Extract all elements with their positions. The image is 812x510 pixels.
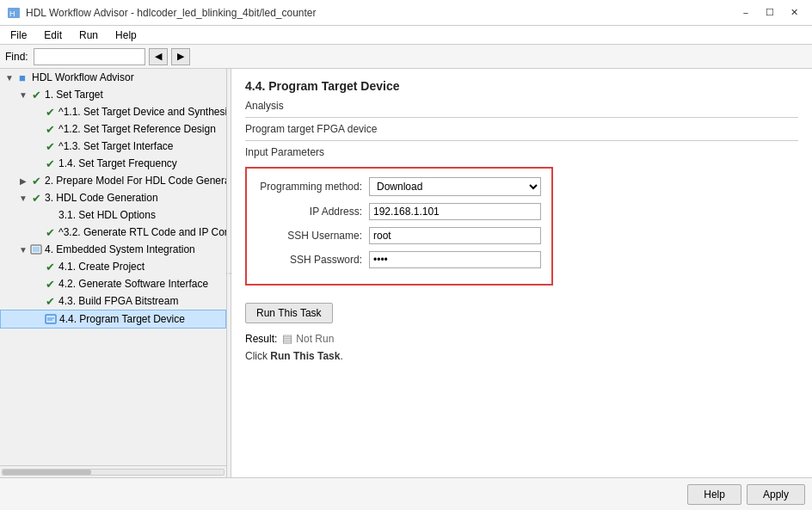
- sidebar-root-item[interactable]: ▼ ■ HDL Workflow Advisor: [0, 69, 226, 86]
- window-controls: − ☐ ✕: [735, 4, 805, 22]
- hscroll-track[interactable]: [2, 469, 225, 476]
- ssh-username-input[interactable]: [369, 227, 541, 244]
- ssh-username-row: SSH Username:: [257, 227, 541, 244]
- click-instruction: Click Run This Task.: [245, 350, 798, 362]
- menu-edit[interactable]: Edit: [37, 28, 69, 43]
- content-area: 4.4. Program Target Device Analysis Prog…: [231, 69, 812, 477]
- sidebar-item-g3[interactable]: ▼ ✔ 3. HDL Code Generation: [0, 189, 226, 206]
- hscroll-thumb[interactable]: [3, 470, 91, 475]
- sidebar-item-g1c3[interactable]: ✔ ^1.3. Set Target Interface: [0, 138, 226, 155]
- find-back-button[interactable]: ◀: [149, 48, 168, 65]
- result-value: Not Run: [296, 333, 334, 345]
- sidebar-item-g4c1[interactable]: ✔ 4.1. Create Project: [0, 258, 226, 275]
- menu-bar: File Edit Run Help: [0, 26, 812, 45]
- analysis-label: Analysis: [245, 100, 798, 112]
- result-icon: ▤: [282, 332, 292, 345]
- sidebar-label-g1c1: ^1.1. Set Target Device and Synthesis To…: [58, 106, 226, 118]
- sidebar-scroll: ▼ ■ HDL Workflow Advisor ▼ ✔ 1. Set Targ…: [0, 69, 226, 465]
- sidebar-item-g2[interactable]: ▶ ✔ 2. Prepare Model For HDL Code Genera…: [0, 172, 226, 189]
- find-input[interactable]: [34, 48, 145, 65]
- expand-icon-g1c3: [31, 140, 43, 152]
- toolbar: Find: ◀ ▶: [0, 45, 812, 69]
- expand-icon-g1: ▼: [17, 89, 29, 101]
- sidebar-label-g3c1: 3.1. Set HDL Options: [58, 209, 156, 221]
- main-layout: ▼ ■ HDL Workflow Advisor ▼ ✔ 1. Set Targ…: [0, 69, 812, 477]
- sidebar-item-g1[interactable]: ▼ ✔ 1. Set Target: [0, 86, 226, 103]
- programming-method-label: Programming method:: [257, 181, 369, 193]
- sidebar-label-g4: 4. Embedded System Integration: [45, 243, 195, 255]
- ip-address-label: IP Address:: [257, 206, 369, 218]
- apply-button[interactable]: Apply: [747, 484, 805, 505]
- click-text-bold: Run This Task: [270, 350, 340, 362]
- expand-icon-g1c4: [31, 157, 43, 169]
- minimize-button[interactable]: −: [735, 4, 757, 22]
- sidebar-item-g4c4[interactable]: 4.4. Program Target Device: [0, 310, 226, 329]
- maximize-button[interactable]: ☐: [759, 4, 781, 22]
- expand-icon-root: ▼: [3, 71, 15, 83]
- check-icon-g1c4: ✔: [43, 157, 57, 170]
- menu-file[interactable]: File: [3, 28, 34, 43]
- sidebar-item-g1c2[interactable]: ✔ ^1.2. Set Target Reference Design: [0, 120, 226, 138]
- sidebar-label-g1: 1. Set Target: [45, 89, 103, 101]
- bottom-bar: Help Apply: [0, 477, 812, 510]
- check-icon-g2: ✔: [29, 174, 43, 187]
- expand-icon-g2: ▶: [17, 175, 29, 187]
- sidebar-item-g4c3[interactable]: ✔ 4.3. Build FPGA Bitstream: [0, 292, 226, 310]
- menu-run[interactable]: Run: [72, 28, 105, 43]
- check-icon-g4c3: ✔: [43, 294, 57, 308]
- check-icon-g4c2: ✔: [43, 277, 57, 291]
- check-icon-g1c3: ✔: [43, 139, 57, 153]
- sidebar-item-g4c2[interactable]: ✔ 4.2. Generate Software Interface: [0, 275, 226, 292]
- sidebar-label-g1c3: ^1.3. Set Target Interface: [58, 140, 174, 152]
- section-title: 4.4. Program Target Device: [245, 79, 798, 93]
- click-text-suffix: .: [340, 350, 342, 362]
- sidebar-label-g4c4: 4.4. Program Target Device: [59, 313, 185, 325]
- close-button[interactable]: ✕: [783, 4, 805, 22]
- check-icon-g4c4: [44, 312, 58, 326]
- sidebar-item-g3c1[interactable]: 3.1. Set HDL Options: [0, 206, 226, 224]
- expand-icon-g4c4: [32, 313, 44, 325]
- ip-address-input[interactable]: [369, 203, 541, 220]
- hdl-icon: ■: [15, 71, 29, 84]
- ssh-password-row: SSH Password:: [257, 251, 541, 268]
- separator-1: [245, 117, 798, 118]
- ssh-password-input[interactable]: [369, 251, 541, 268]
- sidebar-label-g3: 3. HDL Code Generation: [45, 192, 158, 204]
- programming-method-select[interactable]: Download JTAG SD Card: [369, 177, 541, 196]
- check-icon-g1c1: ✔: [43, 105, 57, 119]
- check-icon-g1: ✔: [29, 88, 43, 101]
- sidebar-label-g2: 2. Prepare Model For HDL Code Generation: [45, 175, 226, 187]
- expand-icon-g4c1: [31, 261, 43, 273]
- sidebar-item-g3c2[interactable]: ✔ ^3.2. Generate RTL Code and IP Core: [0, 224, 226, 241]
- help-button[interactable]: Help: [687, 484, 741, 505]
- sidebar-hscroll[interactable]: [0, 465, 226, 477]
- expand-icon-g4: ▼: [17, 243, 29, 255]
- result-row: Result: ▤ Not Run: [245, 332, 798, 345]
- expand-icon-g1c1: [31, 106, 43, 118]
- app-icon: H: [7, 6, 21, 20]
- sidebar-item-g1c4[interactable]: ✔ 1.4. Set Target Frequency: [0, 155, 226, 172]
- ip-address-row: IP Address:: [257, 203, 541, 220]
- sidebar-item-g4[interactable]: ▼ 4. Embedded System Integration: [0, 241, 226, 258]
- expand-icon-g3: ▼: [17, 192, 29, 204]
- ssh-username-label: SSH Username:: [257, 230, 369, 242]
- result-label: Result:: [245, 333, 277, 345]
- window-title: HDL Workflow Advisor - hdlcoder_led_blin…: [26, 7, 735, 19]
- menu-help[interactable]: Help: [108, 28, 144, 43]
- sidebar-item-g1c1[interactable]: ✔ ^1.1. Set Target Device and Synthesis …: [0, 103, 226, 120]
- check-icon-g3c2: ✔: [43, 225, 57, 239]
- expand-icon-g3c2: [31, 226, 43, 238]
- tree-root: ▼ ■ HDL Workflow Advisor ▼ ✔ 1. Set Targ…: [0, 69, 226, 329]
- title-bar: H HDL Workflow Advisor - hdlcoder_led_bl…: [0, 0, 812, 26]
- expand-icon-g3c1: [31, 209, 43, 221]
- separator-2: [245, 140, 798, 141]
- check-icon-g3: ✔: [29, 191, 43, 205]
- find-forward-button[interactable]: ▶: [171, 48, 190, 65]
- sidebar-label-g4c1: 4.1. Create Project: [58, 261, 145, 273]
- check-icon-g1c2: ✔: [43, 122, 57, 136]
- sidebar-label-g4c2: 4.2. Generate Software Interface: [58, 278, 208, 290]
- program-label: Program target FPGA device: [245, 123, 798, 135]
- run-task-button[interactable]: Run This Task: [245, 303, 333, 323]
- input-params-label: Input Parameters: [245, 146, 798, 158]
- check-icon-g4: [29, 243, 43, 256]
